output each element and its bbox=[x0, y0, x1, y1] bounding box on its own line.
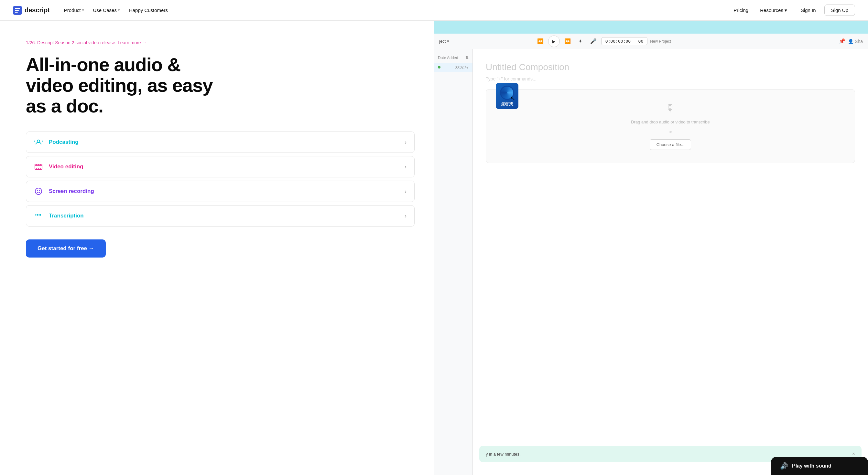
transcription-label: Transcription bbox=[49, 213, 84, 219]
smiley-icon bbox=[34, 187, 43, 196]
video-editing-chevron-icon: › bbox=[405, 164, 406, 170]
dialog-text: y in a few minutes. bbox=[486, 452, 521, 456]
podcasting-label: Podcasting bbox=[49, 139, 79, 145]
logo-text: descript bbox=[25, 6, 50, 14]
nav-use-cases[interactable]: Use Cases ▾ bbox=[89, 5, 124, 15]
sidebar-media-item[interactable]: 00:02:47 bbox=[434, 63, 472, 72]
right-panel: ject ▾ ⏪ ▶ ⏩ ✦ 🎤 0:00:00:00 00 New Proje… bbox=[434, 21, 868, 475]
nav-right: Pricing Resources ▾ Sign In Sign Up bbox=[728, 4, 855, 16]
toolbar-right: 📌 👤 Sha bbox=[839, 38, 863, 44]
play-sound-label: Play with sound bbox=[792, 463, 832, 469]
svg-point-15 bbox=[37, 190, 38, 191]
feature-item-podcasting[interactable]: Podcasting › bbox=[26, 132, 414, 153]
nav-happy-customers[interactable]: Happy Customers bbox=[125, 5, 172, 15]
project-dropdown-icon: ▾ bbox=[447, 39, 449, 44]
svg-point-16 bbox=[39, 190, 40, 191]
svg-text:": " bbox=[35, 212, 38, 220]
product-chevron-icon: ▾ bbox=[82, 8, 84, 12]
new-project-label: New Project bbox=[650, 39, 671, 44]
app-body: Date Added ⇅ 00:02:47 Untitled Compositi… bbox=[434, 49, 868, 475]
microphone-icon: 🎙 bbox=[665, 102, 676, 114]
svg-text:": " bbox=[38, 212, 41, 220]
sound-icon: 🔊 bbox=[780, 462, 788, 470]
podcast-icon bbox=[34, 138, 43, 147]
logo[interactable]: descript bbox=[13, 6, 50, 15]
navigation: descript Product ▾ Use Cases ▾ Happy Cus… bbox=[0, 0, 868, 21]
pin-icon: 📌 bbox=[839, 38, 845, 44]
nav-pricing[interactable]: Pricing bbox=[728, 5, 753, 15]
feature-item-video-editing[interactable]: Video editing › bbox=[26, 156, 414, 177]
app-sidebar: Date Added ⇅ 00:02:47 bbox=[434, 49, 473, 475]
svg-point-4 bbox=[37, 140, 40, 142]
cyan-accent-bar bbox=[434, 21, 868, 34]
feature-item-screen-recording[interactable]: Screen recording › bbox=[26, 181, 414, 202]
sort-icon: ⇅ bbox=[465, 56, 469, 60]
svg-rect-2 bbox=[15, 10, 19, 11]
drop-zone[interactable]: AUDIO OR VIDEO.MP4 ↖ 🎙 Drag and drop aud… bbox=[486, 89, 855, 163]
dialog-close-button[interactable]: × bbox=[852, 451, 855, 457]
rewind-button[interactable]: ⏪ bbox=[535, 36, 546, 46]
or-divider: or bbox=[669, 130, 672, 134]
hero-title: All-in-one audio & video editing, as eas… bbox=[26, 54, 414, 116]
active-dot bbox=[438, 66, 440, 68]
svg-rect-1 bbox=[15, 8, 20, 9]
nav-left: descript Product ▾ Use Cases ▾ Happy Cus… bbox=[13, 5, 172, 15]
mic-button[interactable]: 🎤 bbox=[588, 36, 599, 46]
cta-button[interactable]: Get started for free → bbox=[26, 239, 106, 258]
toolbar-controls: ⏪ ▶ ⏩ ✦ 🎤 0:00:00:00 00 New Project bbox=[535, 36, 671, 47]
choose-file-button[interactable]: Choose a file... bbox=[650, 139, 691, 150]
file-label-text: AUDIO OR VIDEO.MP4 bbox=[498, 102, 516, 106]
resources-chevron-icon: ▾ bbox=[784, 7, 787, 13]
dragged-file: AUDIO OR VIDEO.MP4 ↖ bbox=[496, 83, 518, 109]
screen-recording-label: Screen recording bbox=[49, 188, 94, 195]
composition-hint: Type "+" for commands... bbox=[486, 76, 855, 81]
announcement-banner[interactable]: 1/26: Descript Season 2 social video rel… bbox=[26, 40, 414, 45]
descript-logo-icon bbox=[13, 6, 22, 15]
podcasting-chevron-icon: › bbox=[405, 139, 406, 146]
timer-display: 0:00:00:00 00 bbox=[601, 37, 647, 45]
composition-title: Untitled Composition bbox=[486, 62, 855, 72]
app-content: Untitled Composition Type "+" for comman… bbox=[473, 49, 868, 475]
app-toolbar: ject ▾ ⏪ ▶ ⏩ ✦ 🎤 0:00:00:00 00 New Proje… bbox=[434, 34, 868, 49]
nav-resources[interactable]: Resources ▾ bbox=[755, 5, 792, 16]
main-container: 1/26: Descript Season 2 social video rel… bbox=[0, 21, 868, 475]
transcription-chevron-icon: › bbox=[405, 213, 406, 219]
cursor-icon: ↖ bbox=[510, 95, 515, 102]
left-panel: 1/26: Descript Season 2 social video rel… bbox=[0, 21, 434, 475]
fast-forward-button[interactable]: ⏩ bbox=[562, 36, 573, 46]
drag-drop-text: Drag and drop audio or video to transcri… bbox=[631, 120, 710, 125]
feature-item-transcription[interactable]: " " Transcription › bbox=[26, 205, 414, 227]
play-button[interactable]: ▶ bbox=[548, 36, 560, 47]
signup-button[interactable]: Sign Up bbox=[824, 4, 855, 16]
video-editing-label: Video editing bbox=[49, 164, 83, 170]
nav-product[interactable]: Product ▾ bbox=[60, 5, 88, 15]
nav-right-links: Pricing Resources ▾ bbox=[728, 5, 792, 16]
play-with-sound-bar[interactable]: 🔊 Play with sound bbox=[771, 457, 868, 475]
use-cases-chevron-icon: ▾ bbox=[118, 8, 120, 12]
date-added-header: Date Added ⇅ bbox=[434, 53, 472, 63]
svg-rect-3 bbox=[15, 12, 18, 12]
effects-button[interactable]: ✦ bbox=[575, 36, 586, 46]
app-mockup: ject ▾ ⏪ ▶ ⏩ ✦ 🎤 0:00:00:00 00 New Proje… bbox=[434, 21, 868, 475]
composition-area: Untitled Composition Type "+" for comman… bbox=[473, 49, 868, 475]
nav-links: Product ▾ Use Cases ▾ Happy Customers bbox=[60, 5, 172, 15]
user-icon: 👤 Sha bbox=[848, 39, 863, 44]
toolbar-project: ject ▾ bbox=[439, 39, 449, 44]
quote-icon: " " bbox=[34, 211, 43, 220]
screen-recording-chevron-icon: › bbox=[405, 188, 406, 195]
svg-point-14 bbox=[35, 188, 42, 195]
feature-list: Podcasting › bbox=[26, 132, 414, 227]
signin-button[interactable]: Sign In bbox=[795, 5, 822, 15]
film-icon bbox=[34, 162, 43, 171]
